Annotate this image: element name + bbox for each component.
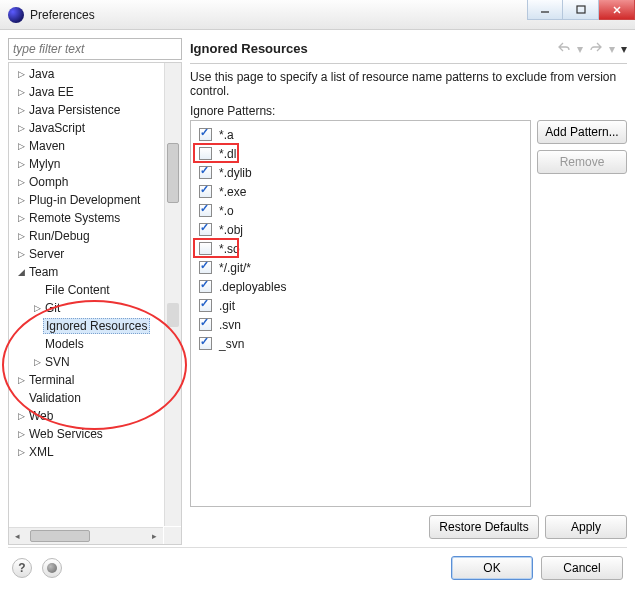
tree-item[interactable]: ▷Remote Systems <box>9 209 163 227</box>
maximize-button[interactable] <box>563 0 599 20</box>
tree-item[interactable]: ▷XML <box>9 443 163 461</box>
pattern-row[interactable]: .svn <box>195 315 526 334</box>
minimize-button[interactable] <box>527 0 563 20</box>
pattern-checkbox[interactable] <box>199 128 212 141</box>
expander-icon[interactable]: ▷ <box>15 249 27 259</box>
expander-icon[interactable]: ▷ <box>15 429 27 439</box>
tree-item-label: XML <box>27 445 56 459</box>
tree-item[interactable]: ▷Java <box>9 65 163 83</box>
tree-item[interactable]: Models <box>9 335 163 353</box>
add-pattern-button[interactable]: Add Pattern... <box>537 120 627 144</box>
tree-item[interactable]: ▷Run/Debug <box>9 227 163 245</box>
tree-item[interactable]: ▷Server <box>9 245 163 263</box>
scroll-right-icon[interactable]: ▸ <box>146 531 163 541</box>
pattern-label: *.o <box>219 204 234 218</box>
pattern-row[interactable]: *.a <box>195 125 526 144</box>
pattern-row[interactable]: *.o <box>195 201 526 220</box>
svg-rect-0 <box>577 6 585 13</box>
pattern-row[interactable]: .git <box>195 296 526 315</box>
expander-icon[interactable]: ▷ <box>15 231 27 241</box>
pattern-checkbox[interactable] <box>199 337 212 350</box>
back-icon[interactable] <box>557 40 571 57</box>
tree-item[interactable]: ▷JavaScript <box>9 119 163 137</box>
status-icon <box>42 558 62 578</box>
tree-item-label: JavaScript <box>27 121 87 135</box>
pattern-row[interactable]: *.so <box>195 239 526 258</box>
pattern-row[interactable]: *.dylib <box>195 163 526 182</box>
expander-icon[interactable]: ▷ <box>15 141 27 151</box>
expander-icon[interactable]: ▷ <box>15 87 27 97</box>
tree-vertical-scrollbar[interactable] <box>164 63 181 526</box>
pattern-checkbox[interactable] <box>199 204 212 217</box>
pattern-row[interactable]: */.git/* <box>195 258 526 277</box>
pattern-label: _svn <box>219 337 244 351</box>
tree-horizontal-scrollbar[interactable]: ◂ ▸ <box>9 527 163 544</box>
pattern-checkbox[interactable] <box>199 261 212 274</box>
preferences-tree[interactable]: ▷Java▷Java EE▷Java Persistence▷JavaScrip… <box>8 62 182 545</box>
expander-icon[interactable]: ▷ <box>31 303 43 313</box>
close-button[interactable] <box>599 0 635 20</box>
expander-icon[interactable]: ▷ <box>15 177 27 187</box>
window-title: Preferences <box>30 8 95 22</box>
expander-icon[interactable]: ▷ <box>15 123 27 133</box>
forward-icon[interactable] <box>589 40 603 57</box>
pattern-label: .svn <box>219 318 241 332</box>
tree-item[interactable]: ▷Terminal <box>9 371 163 389</box>
tree-item[interactable]: Validation <box>9 389 163 407</box>
expander-icon[interactable]: ▷ <box>15 195 27 205</box>
pattern-checkbox[interactable] <box>199 299 212 312</box>
tree-item[interactable]: ▷Git <box>9 299 163 317</box>
pattern-checkbox[interactable] <box>199 223 212 236</box>
tree-item[interactable]: ▷Web <box>9 407 163 425</box>
filter-input[interactable] <box>8 38 182 60</box>
pattern-checkbox[interactable] <box>199 280 212 293</box>
expander-icon[interactable]: ▷ <box>15 69 27 79</box>
expander-icon[interactable]: ▷ <box>15 213 27 223</box>
pattern-label: *.dll <box>219 147 239 161</box>
pattern-row[interactable]: *.exe <box>195 182 526 201</box>
tree-item[interactable]: File Content <box>9 281 163 299</box>
pattern-checkbox[interactable] <box>199 185 212 198</box>
tree-item-label: Web Services <box>27 427 105 441</box>
tree-item[interactable]: ◢Team <box>9 263 163 281</box>
remove-pattern-button[interactable]: Remove <box>537 150 627 174</box>
tree-item[interactable]: ▷Plug-in Development <box>9 191 163 209</box>
patterns-list[interactable]: *.a*.dll*.dylib*.exe*.o*.obj*.so*/.git/*… <box>190 120 531 507</box>
window-buttons <box>527 0 635 29</box>
expander-icon[interactable]: ▷ <box>31 357 43 367</box>
pattern-row[interactable]: *.obj <box>195 220 526 239</box>
pattern-checkbox[interactable] <box>199 242 212 255</box>
tree-item[interactable]: ▷Java Persistence <box>9 101 163 119</box>
cancel-button[interactable]: Cancel <box>541 556 623 580</box>
tree-item[interactable]: Ignored Resources <box>9 317 163 335</box>
menu-icon[interactable]: ▾ <box>621 42 627 56</box>
scroll-thumb[interactable] <box>30 530 90 542</box>
scroll-left-icon[interactable]: ◂ <box>9 531 26 541</box>
tree-item[interactable]: ▷SVN <box>9 353 163 371</box>
apply-button[interactable]: Apply <box>545 515 627 539</box>
pattern-row[interactable]: .deployables <box>195 277 526 296</box>
pattern-checkbox[interactable] <box>199 147 212 160</box>
scroll-thumb[interactable] <box>167 143 179 203</box>
ok-button[interactable]: OK <box>451 556 533 580</box>
restore-defaults-button[interactable]: Restore Defaults <box>429 515 539 539</box>
pattern-row[interactable]: *.dll <box>195 144 526 163</box>
expander-icon[interactable]: ▷ <box>15 447 27 457</box>
tree-item-label: Java EE <box>27 85 76 99</box>
tree-item[interactable]: ▷Oomph <box>9 173 163 191</box>
tree-item[interactable]: ▷Mylyn <box>9 155 163 173</box>
help-icon[interactable]: ? <box>12 558 32 578</box>
pattern-row[interactable]: _svn <box>195 334 526 353</box>
expander-icon[interactable]: ▷ <box>15 375 27 385</box>
pattern-checkbox[interactable] <box>199 166 212 179</box>
expander-icon[interactable]: ◢ <box>15 267 27 277</box>
tree-item[interactable]: ▷Web Services <box>9 425 163 443</box>
expander-icon[interactable]: ▷ <box>15 105 27 115</box>
pattern-checkbox[interactable] <box>199 318 212 331</box>
expander-icon[interactable]: ▷ <box>15 159 27 169</box>
tree-item-label: Java <box>27 67 56 81</box>
tree-item[interactable]: ▷Java EE <box>9 83 163 101</box>
patterns-label: Ignore Patterns: <box>190 104 627 118</box>
tree-item[interactable]: ▷Maven <box>9 137 163 155</box>
expander-icon[interactable]: ▷ <box>15 411 27 421</box>
